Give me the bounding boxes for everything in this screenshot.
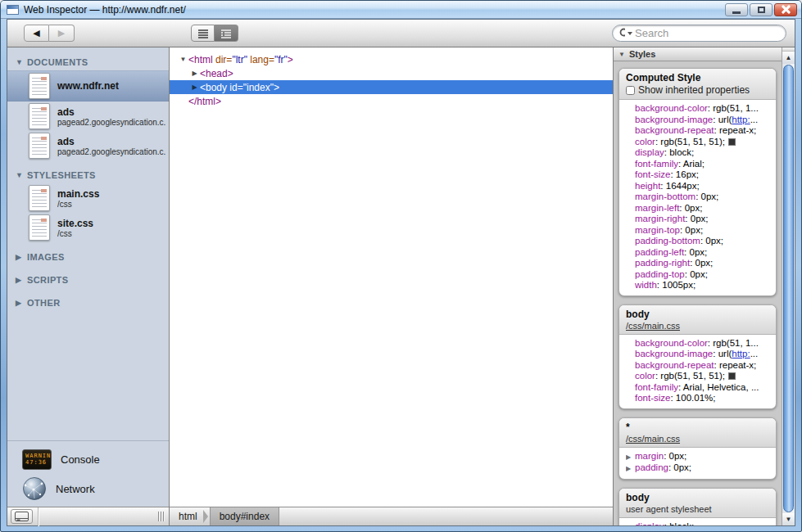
style-rule-header: body/css/main.css <box>619 305 776 335</box>
show-inherited-row[interactable]: Show inherited properties <box>626 84 769 96</box>
sidebar-section-other[interactable]: ▶OTHER <box>7 295 169 311</box>
sidebar-section-images[interactable]: ▶IMAGES <box>7 249 169 265</box>
resource-title: www.ndfr.net <box>57 80 119 92</box>
dom-node-html-close[interactable]: </html> <box>170 94 613 108</box>
node-markup: <body id="index"> <box>200 82 279 93</box>
search-field[interactable] <box>612 25 786 42</box>
property-name: padding-left <box>635 247 684 257</box>
search-input[interactable] <box>635 27 779 39</box>
styles-sidebar: ▼ Styles Computed StyleShow inherited pr… <box>613 47 795 525</box>
css-property-margin-right[interactable]: margin-right: 0px; <box>626 214 773 225</box>
show-inherited-checkbox[interactable] <box>626 86 635 95</box>
css-property-color[interactable]: color: rgb(51, 51, 51); <box>626 137 773 148</box>
dom-node-body[interactable]: ▶<body id="index"> <box>170 80 613 94</box>
minimize-button[interactable] <box>725 3 748 16</box>
dock-button[interactable] <box>11 509 33 524</box>
css-property-display[interactable]: display: block; <box>626 521 773 526</box>
breadcrumb-item-html[interactable]: html <box>170 507 206 525</box>
styles-pane-title: Styles <box>629 49 655 59</box>
css-property-padding-top[interactable]: padding-top: 0px; <box>626 269 773 281</box>
breadcrumb-item-body#index[interactable]: body#index <box>210 507 279 525</box>
css-property-display[interactable]: display: block; <box>626 147 773 159</box>
outline-view-button[interactable] <box>215 25 238 42</box>
property-value: 0px; <box>701 192 719 201</box>
search-icon <box>619 28 625 38</box>
css-property-margin-top[interactable]: margin-top: 0px; <box>626 225 773 237</box>
sidebar-item-network[interactable]: Network <box>7 474 169 503</box>
styles-scrollbar[interactable]: ▲ ▼ <box>782 47 795 525</box>
outline-view-icon <box>220 29 232 38</box>
scrollbar-track[interactable] <box>782 64 795 513</box>
css-property-width[interactable]: width: 1005px; <box>626 280 773 291</box>
css-property-padding-left[interactable]: padding-left: 0px; <box>626 247 773 259</box>
window-body: ◀ ▶ <box>7 19 795 526</box>
css-property-color[interactable]: color: rgb(51, 51, 51); <box>626 371 773 382</box>
triangle-right-icon[interactable]: ▶ <box>189 83 200 91</box>
search-options-caret-icon[interactable] <box>628 32 632 35</box>
stylesheet-link[interactable]: /css/main.css <box>626 434 769 444</box>
triangle-down-icon[interactable]: ▼ <box>178 56 188 63</box>
sidebar-section-label: OTHER <box>27 298 61 308</box>
close-button[interactable] <box>774 3 797 16</box>
forward-icon: ▶ <box>58 28 65 38</box>
css-property-padding-right[interactable]: padding-right: 0px; <box>626 258 773 269</box>
scrollbar-thumb[interactable] <box>783 65 794 512</box>
style-rule-card: body/css/main.cssbackground-color: rgb(5… <box>618 304 777 409</box>
property-value-link[interactable]: http: <box>732 349 750 358</box>
property-name: display <box>635 147 664 157</box>
sidebar-section-documents[interactable]: ▼DOCUMENTS <box>7 54 169 70</box>
property-value: 0px; <box>669 451 687 461</box>
css-property-padding[interactable]: ▶padding: 0px; <box>626 462 773 475</box>
sidebar-item-main.css[interactable]: main.css/css <box>7 183 169 213</box>
triangle-right-icon[interactable]: ▶ <box>626 463 635 475</box>
property-value: block; <box>669 147 694 157</box>
property-name: background-repeat <box>635 360 714 370</box>
css-property-font-family[interactable]: font-family: Arial; <box>626 159 773 170</box>
css-property-font-family[interactable]: font-family: Arial, Helvetica, ... <box>626 382 773 394</box>
css-property-font-size[interactable]: font-size: 16px; <box>626 169 773 181</box>
scroll-down-button[interactable]: ▼ <box>782 513 795 525</box>
css-property-margin-left[interactable]: margin-left: 0px; <box>626 203 773 214</box>
sidebar-section-stylesheets[interactable]: ▼STYLESHEETS <box>7 167 169 183</box>
scroll-up-button[interactable]: ▲ <box>782 52 795 64</box>
property-value-link[interactable]: http: <box>732 115 750 124</box>
sidebar-item-www.ndfr.net[interactable]: www.ndfr.net <box>7 70 169 101</box>
dom-node-head[interactable]: ▶<head> <box>170 66 613 80</box>
css-property-background-color[interactable]: background-color: rgb(51, 1... <box>626 338 773 349</box>
css-property-background-image[interactable]: background-image: url(http:... <box>626 115 773 126</box>
title-bar[interactable]: Web Inspector — http://www.ndfr.net/ <box>1 1 801 19</box>
forward-button[interactable]: ▶ <box>49 25 75 42</box>
sidebar-item-ads[interactable]: adspagead2.googlesyndication.c... <box>7 101 169 131</box>
maximize-button[interactable] <box>750 3 773 16</box>
close-icon <box>782 5 791 14</box>
css-property-background-image[interactable]: background-image: url(http:... <box>626 349 773 360</box>
sidebar-sections: ▼DOCUMENTSwww.ndfr.netadspagead2.googles… <box>7 47 169 440</box>
splitter-grip[interactable] <box>158 512 164 521</box>
css-property-margin-bottom[interactable]: margin-bottom: 0px; <box>626 192 773 203</box>
network-icon <box>22 476 47 501</box>
triangle-right-icon[interactable]: ▶ <box>189 70 200 77</box>
sidebar-item-site.css[interactable]: site.css/css <box>7 213 169 242</box>
css-property-background-repeat[interactable]: background-repeat: repeat-x; <box>626 125 773 137</box>
css-property-font-size[interactable]: font-size: 100.01%; <box>626 393 773 404</box>
sidebar-section-scripts[interactable]: ▶SCRIPTS <box>7 272 169 288</box>
style-rule-selector: * <box>626 422 769 433</box>
css-property-height[interactable]: height: 1644px; <box>626 181 773 192</box>
stylesheet-link[interactable]: /css/main.css <box>626 321 769 331</box>
sidebar-section-label: STYLESHEETS <box>27 170 96 180</box>
css-property-margin[interactable]: ▶margin: 0px; <box>626 451 773 463</box>
property-value: 0px; <box>696 258 714 268</box>
property-value: 0px; <box>690 247 708 257</box>
styles-pane-header[interactable]: ▼ Styles <box>614 47 782 61</box>
sidebar-item-console[interactable]: WARNIN47:36Console <box>7 444 169 474</box>
content-area: ▼DOCUMENTSwww.ndfr.netadspagead2.googles… <box>7 47 795 525</box>
dom-node-html[interactable]: ▼<html dir="ltr" lang="fr"> <box>170 52 613 66</box>
css-property-background-color[interactable]: background-color: rgb(51, 1... <box>626 103 773 115</box>
triangle-right-icon[interactable]: ▶ <box>626 452 635 463</box>
css-property-background-repeat[interactable]: background-repeat: repeat-x; <box>626 360 773 372</box>
list-view-button[interactable] <box>191 25 215 42</box>
css-property-padding-bottom[interactable]: padding-bottom: 0px; <box>626 236 773 247</box>
sidebar-item-ads[interactable]: adspagead2.googlesyndication.c... <box>7 131 169 160</box>
property-value: 0px; <box>685 203 703 213</box>
back-button[interactable]: ◀ <box>24 25 49 42</box>
